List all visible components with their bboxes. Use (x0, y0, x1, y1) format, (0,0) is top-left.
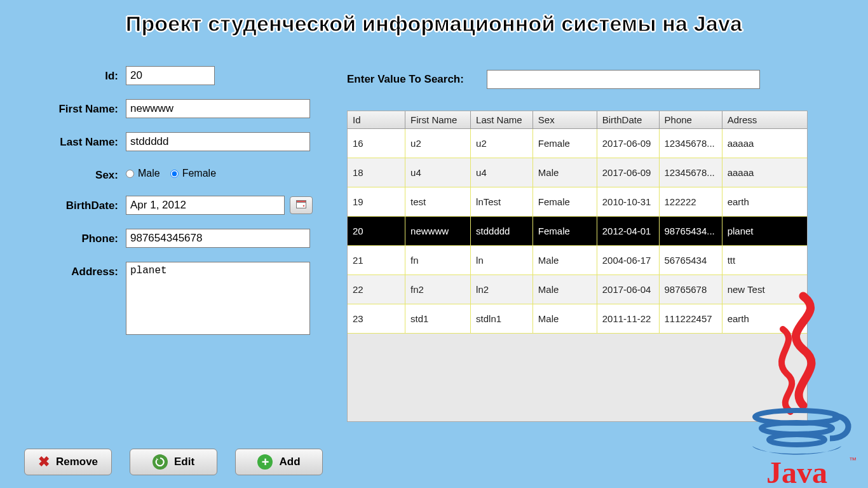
calendar-icon (296, 200, 306, 211)
edit-label: Edit (174, 456, 194, 468)
column-header[interactable]: Id (348, 111, 405, 129)
cell-birthdate[interactable]: 2017-06-09 (597, 129, 659, 158)
column-header[interactable]: Sex (532, 111, 597, 129)
cell-first_name[interactable]: fn (405, 246, 471, 275)
cell-sex[interactable]: Female (532, 187, 597, 217)
cell-first_name[interactable]: std1 (405, 304, 471, 334)
cell-id[interactable]: 23 (348, 304, 405, 334)
label-lastname: Last Name: (24, 132, 126, 149)
remove-icon: ✖ (38, 454, 50, 470)
table-row[interactable]: 19testlnTestFemale2010-10-31122222earth (348, 187, 807, 217)
svg-rect-1 (297, 201, 306, 203)
column-header[interactable]: Adress (722, 111, 807, 129)
label-birthdate: BirthDate: (24, 196, 126, 212)
action-buttons: ✖ Remove Edit + Add (24, 449, 323, 475)
cell-first_name[interactable]: fn2 (405, 275, 471, 304)
add-button[interactable]: + Add (235, 449, 323, 475)
java-logo-text: Java (766, 456, 827, 488)
page-title: Проект студенческой информационной систе… (0, 0, 868, 40)
search-label: Enter Value To Search: (347, 73, 464, 86)
cell-first_name[interactable]: test (405, 187, 471, 217)
cell-phone[interactable]: 56765434 (659, 246, 722, 275)
cell-birthdate[interactable]: 2004-06-17 (597, 246, 659, 275)
cell-birthdate[interactable]: 2017-06-04 (597, 275, 659, 304)
cell-last_name[interactable]: ln (471, 246, 533, 275)
column-header[interactable]: BirthDate (597, 111, 659, 129)
table-row[interactable]: 16u2u2Female2017-06-0912345678...aaaaa (348, 129, 807, 158)
cell-id[interactable]: 20 (348, 217, 405, 246)
cell-phone[interactable]: 98765434... (659, 217, 722, 246)
remove-button[interactable]: ✖ Remove (24, 449, 112, 475)
search-input[interactable] (487, 70, 760, 89)
cell-phone[interactable]: 12345678... (659, 129, 722, 158)
cell-last_name[interactable]: lnTest (471, 187, 533, 217)
cell-phone[interactable]: 111222457 (659, 304, 722, 334)
cell-id[interactable]: 16 (348, 129, 405, 158)
table-row[interactable]: 22fn2ln2Male2017-06-0498765678new Test (348, 275, 807, 304)
firstname-field[interactable] (126, 99, 310, 118)
lastname-field[interactable] (126, 132, 310, 151)
cell-address[interactable]: aaaaa (722, 129, 807, 158)
refresh-icon (153, 454, 168, 470)
cell-address[interactable]: new Test (722, 275, 807, 304)
add-label: Add (279, 456, 300, 468)
birthdate-field[interactable] (126, 196, 285, 215)
cell-last_name[interactable]: u4 (471, 158, 533, 187)
cell-sex[interactable]: Male (532, 158, 597, 187)
cell-birthdate[interactable]: 2011-11-22 (597, 304, 659, 334)
cell-last_name[interactable]: ln2 (471, 275, 533, 304)
id-field[interactable] (126, 66, 215, 85)
form-panel: Id: First Name: Last Name: Sex: Male Fem… (24, 66, 323, 351)
calendar-button[interactable] (290, 196, 313, 214)
cell-address[interactable]: ttt (722, 246, 807, 275)
cell-first_name[interactable]: u2 (405, 129, 471, 158)
cell-address[interactable]: aaaaa (722, 158, 807, 187)
radio-female[interactable]: Female (170, 168, 216, 179)
remove-label: Remove (56, 456, 98, 468)
cell-id[interactable]: 18 (348, 158, 405, 187)
cell-address[interactable]: earth (722, 304, 807, 334)
cell-last_name[interactable]: u2 (471, 129, 533, 158)
cell-sex[interactable]: Female (532, 129, 597, 158)
cell-first_name[interactable]: u4 (405, 158, 471, 187)
cell-sex[interactable]: Male (532, 275, 597, 304)
phone-field[interactable] (126, 229, 310, 248)
table-row[interactable]: 21fnlnMale2004-06-1756765434ttt (348, 246, 807, 275)
table-row[interactable]: 20newwwwstdddddFemale2012-04-0198765434.… (348, 217, 807, 246)
radio-male-label: Male (138, 168, 160, 179)
column-header[interactable]: Phone (659, 111, 722, 129)
cell-phone[interactable]: 98765678 (659, 275, 722, 304)
label-sex: Sex: (24, 165, 126, 182)
cell-sex[interactable]: Male (532, 246, 597, 275)
cell-last_name[interactable]: stdln1 (471, 304, 533, 334)
cell-birthdate[interactable]: 2010-10-31 (597, 187, 659, 217)
cell-phone[interactable]: 12345678... (659, 158, 722, 187)
cell-phone[interactable]: 122222 (659, 187, 722, 217)
cell-birthdate[interactable]: 2012-04-01 (597, 217, 659, 246)
svg-point-5 (769, 435, 825, 445)
radio-male[interactable]: Male (126, 168, 160, 179)
cell-id[interactable]: 22 (348, 275, 405, 304)
table-row[interactable]: 18u4u4Male2017-06-0912345678...aaaaa (348, 158, 807, 187)
cell-sex[interactable]: Male (532, 304, 597, 334)
table-row[interactable]: 23std1stdln1Male2011-11-22111222457earth (348, 304, 807, 334)
cell-first_name[interactable]: newwww (405, 217, 471, 246)
cell-id[interactable]: 19 (348, 187, 405, 217)
column-header[interactable]: Last Name (471, 111, 533, 129)
svg-text:™: ™ (849, 456, 857, 464)
svg-point-2 (303, 205, 305, 207)
cell-last_name[interactable]: stddddd (471, 217, 533, 246)
address-field[interactable]: planet (126, 262, 310, 335)
cell-id[interactable]: 21 (348, 246, 405, 275)
svg-point-4 (761, 423, 832, 434)
label-id: Id: (24, 66, 126, 83)
cell-birthdate[interactable]: 2017-06-09 (597, 158, 659, 187)
radio-female-label: Female (182, 168, 216, 179)
edit-button[interactable]: Edit (130, 449, 217, 475)
students-table[interactable]: IdFirst NameLast NameSexBirthDatePhoneAd… (347, 111, 808, 422)
column-header[interactable]: First Name (405, 111, 471, 129)
cell-sex[interactable]: Female (532, 217, 597, 246)
cell-address[interactable]: planet (722, 217, 807, 246)
label-phone: Phone: (24, 229, 126, 245)
cell-address[interactable]: earth (722, 187, 807, 217)
